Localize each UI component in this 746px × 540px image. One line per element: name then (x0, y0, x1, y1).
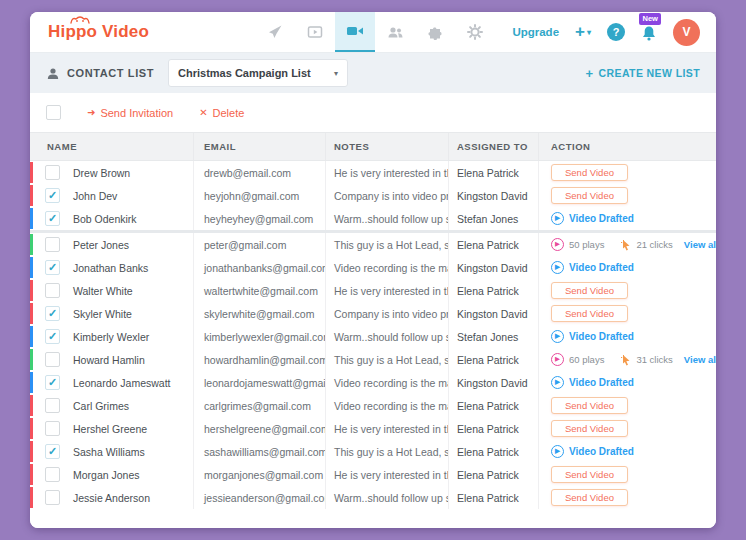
video-stats: ▶50 plays21 clicksView all (551, 238, 716, 251)
row-checkbox[interactable] (45, 467, 60, 482)
table-row: ✓ Kimberly Wexler kimberlywexler@gmail.c… (30, 325, 716, 348)
row-checkbox[interactable] (45, 165, 60, 180)
contact-name: Kimberly Wexler (73, 331, 149, 343)
row-color-bar (30, 349, 33, 370)
send-video-button[interactable]: Send Video (551, 164, 628, 181)
contact-table-body: Drew Brown drewb@email.com He is very in… (30, 161, 716, 509)
send-video-button[interactable]: Send Video (551, 305, 628, 322)
caret-down-icon: ▾ (587, 28, 591, 37)
integrations-icon[interactable] (415, 12, 455, 52)
delete-button[interactable]: ✕ Delete (199, 107, 244, 119)
contact-email: drewb@email.com (193, 161, 325, 184)
table-row: Hershel Greene hershelgreene@gmail.com H… (30, 417, 716, 440)
contact-notes: Warm..should follow up so... (325, 207, 448, 230)
row-color-bar (30, 234, 33, 255)
table-row: ✓ Sasha Williams sashawilliams@gmail.com… (30, 440, 716, 463)
contact-email: carlgrimes@gmail.com (193, 394, 325, 417)
contact-assigned-to: Elena Patrick (448, 417, 538, 440)
cursor-click-icon (620, 354, 631, 366)
table-row: Morgan Jones morganjones@gmail.com He is… (30, 463, 716, 486)
send-video-button[interactable]: Send Video (551, 397, 628, 414)
create-menu-button[interactable]: + ▾ (575, 22, 591, 42)
plus-icon: + (586, 66, 594, 81)
contact-notes: Warm..should follow up so... (325, 486, 448, 509)
row-checkbox[interactable]: ✓ (45, 260, 60, 275)
column-header-assigned-to: ASSIGNED TO (448, 133, 538, 160)
select-all-checkbox[interactable] (46, 105, 61, 120)
contact-notes: This guy is a Hot Lead, so.... (325, 440, 448, 463)
send-video-button[interactable]: Send Video (551, 282, 628, 299)
plays-icon: ▶ (551, 238, 564, 251)
row-color-bar (30, 185, 33, 206)
row-checkbox[interactable] (45, 421, 60, 436)
row-action-cell: Send Video (538, 279, 716, 302)
table-row: Carl Grimes carlgrimes@gmail.com Video r… (30, 394, 716, 417)
table-header: NAME EMAIL NOTES ASSIGNED TO ACTION (30, 132, 716, 161)
avatar[interactable]: V (673, 19, 700, 46)
video-drafted-link[interactable]: ▶Video Drafted (551, 261, 634, 274)
row-action-cell: Send Video (538, 486, 716, 509)
row-checkbox[interactable] (45, 237, 60, 252)
contact-assigned-to: Elena Patrick (448, 440, 538, 463)
video-drafted-link[interactable]: ▶Video Drafted (551, 376, 634, 389)
contact-email: peter@gmail.com (193, 233, 325, 256)
create-new-list-button[interactable]: + CREATE NEW LIST (586, 66, 700, 81)
row-checkbox[interactable] (45, 283, 60, 298)
video-camera-icon[interactable] (335, 12, 375, 52)
row-color-bar (30, 208, 33, 229)
contact-list-label: CONTACT LIST (46, 67, 154, 80)
caret-down-icon: ▾ (334, 69, 338, 78)
row-checkbox[interactable]: ✓ (45, 306, 60, 321)
contact-assigned-to: Kingston David (448, 256, 538, 279)
column-header-email: EMAIL (193, 133, 325, 160)
row-color-bar (30, 418, 33, 439)
table-row: Howard Hamlin howardhamlin@gmail.com Thi… (30, 348, 716, 371)
row-checkbox[interactable]: ✓ (45, 211, 60, 226)
contact-notes: This guy is a Hot Lead, so... (325, 233, 448, 256)
video-drafted-link[interactable]: ▶Video Drafted (551, 445, 634, 458)
presentation-icon[interactable] (295, 12, 335, 52)
play-icon: ▶ (551, 212, 564, 225)
users-icon[interactable] (375, 12, 415, 52)
row-color-bar (30, 372, 33, 393)
send-arrow-icon: ➜ (87, 107, 95, 118)
table-row: ✓ Bob Odenkirk heyheyhey@gmail.com Warm.… (30, 207, 716, 230)
notifications-button[interactable]: New (641, 25, 657, 46)
row-checkbox[interactable]: ✓ (45, 444, 60, 459)
contact-assigned-to: Elena Patrick (448, 394, 538, 417)
send-video-button[interactable]: Send Video (551, 187, 628, 204)
view-all-link[interactable]: View all (684, 354, 716, 365)
send-video-button[interactable]: Send Video (551, 489, 628, 506)
row-checkbox[interactable] (45, 398, 60, 413)
video-drafted-link[interactable]: ▶Video Drafted (551, 212, 634, 225)
contact-email: jonathanbanks@gmail.com (193, 256, 325, 279)
row-group: Peter Jones peter@gmail.com This guy is … (30, 230, 716, 509)
clicks-count: 31 clicks (636, 354, 672, 365)
play-icon: ▶ (551, 376, 564, 389)
row-checkbox[interactable]: ✓ (45, 188, 60, 203)
contact-notes: He is very interested in the prod... (325, 279, 448, 302)
settings-icon[interactable] (455, 12, 495, 52)
contact-name: Howard Hamlin (73, 354, 145, 366)
send-video-button[interactable]: Send Video (551, 420, 628, 437)
contact-name: Walter White (73, 285, 133, 297)
new-badge: New (639, 13, 661, 25)
send-invitation-button[interactable]: ➜ Send Invitation (87, 107, 173, 119)
upgrade-link[interactable]: Upgrade (512, 26, 559, 38)
row-checkbox[interactable]: ✓ (45, 375, 60, 390)
row-checkbox[interactable] (45, 490, 60, 505)
play-icon: ▶ (551, 261, 564, 274)
list-select-dropdown[interactable]: Christmas Campaign List ▾ (168, 59, 348, 87)
send-video-button[interactable]: Send Video (551, 466, 628, 483)
row-color-bar (30, 464, 33, 485)
rocket-icon[interactable] (255, 12, 295, 52)
row-checkbox[interactable] (45, 352, 60, 367)
contact-email: morganjones@gmail.com (193, 463, 325, 486)
view-all-link[interactable]: View all (684, 239, 716, 250)
table-row: Peter Jones peter@gmail.com This guy is … (30, 233, 716, 256)
video-drafted-link[interactable]: ▶Video Drafted (551, 330, 634, 343)
row-checkbox[interactable]: ✓ (45, 329, 60, 344)
help-icon[interactable]: ? (607, 23, 625, 41)
row-action-cell: Send Video (538, 417, 716, 440)
brand-logo[interactable]: Hippo Video (30, 12, 238, 52)
